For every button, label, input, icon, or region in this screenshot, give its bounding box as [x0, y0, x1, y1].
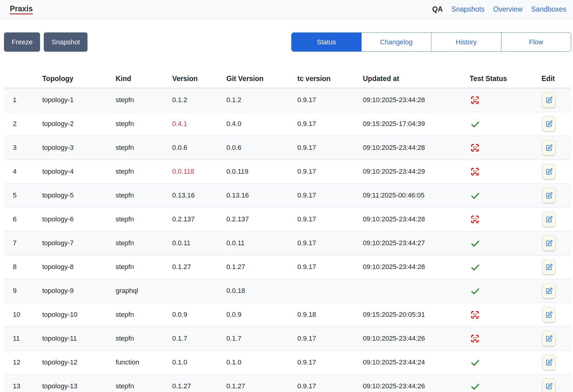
row-number: 6 [4, 207, 42, 231]
edit-cell [541, 374, 571, 392]
pencil-square-icon [545, 168, 553, 176]
tab-history[interactable]: History [431, 33, 501, 51]
updated-at-value: 09:10:2025-23:44:26 [363, 374, 470, 392]
test-passed-check-icon [470, 357, 480, 368]
edit-cell [541, 136, 571, 160]
kind-value: graphql [116, 279, 172, 303]
row-number: 11 [4, 327, 42, 350]
version-value: 0.0.11 [172, 231, 226, 255]
col-header-topology: Topology [42, 75, 116, 88]
test-status-cell [470, 207, 541, 231]
tc-version-value: 0.9.17 [297, 231, 363, 255]
edit-button[interactable] [542, 307, 556, 322]
pencil-square-icon [545, 263, 553, 271]
git-version-value: 0.0.11 [226, 231, 297, 255]
version-value: 0.0.118 [172, 160, 226, 183]
kind-value: stepfn [116, 183, 172, 207]
edit-button[interactable] [542, 164, 556, 179]
row-number: 2 [4, 112, 42, 136]
git-version-value: 0.1.27 [226, 374, 297, 392]
nav-link-sandboxes[interactable]: Sandboxes [531, 5, 566, 13]
topology-name: topology-5 [42, 183, 116, 207]
test-status-cell [470, 231, 541, 255]
version-value: 0.4.1 [172, 112, 226, 136]
version-value: 0.0.6 [172, 136, 226, 160]
tab-flow[interactable]: Flow [501, 33, 571, 51]
edit-button[interactable] [542, 188, 556, 203]
nav-item-qa[interactable]: QA [432, 5, 443, 13]
version-value: 0.1.27 [172, 374, 226, 392]
edit-button[interactable] [542, 235, 556, 251]
brand-link[interactable]: Praxis [10, 4, 33, 15]
git-version-value: 0.1.2 [226, 88, 297, 112]
kind-value: stepfn [116, 136, 172, 160]
kind-value: stepfn [116, 88, 172, 112]
nav-link-snapshots[interactable]: Snapshots [451, 5, 485, 13]
edit-button[interactable] [542, 259, 556, 275]
row-number: 10 [4, 303, 42, 327]
table-row: 8 topology-8 stepfn 0.1.27 0.1.27 0.9.17… [4, 255, 571, 279]
top-navbar: Praxis QA Snapshots Overview Sandboxes [0, 0, 573, 19]
test-status-cell [470, 112, 541, 136]
row-number: 9 [4, 279, 42, 303]
pencil-square-icon [545, 311, 553, 319]
test-passed-check-icon [470, 286, 480, 296]
edit-button[interactable] [542, 355, 556, 370]
test-status-cell [470, 303, 541, 327]
test-status-cell [470, 136, 541, 160]
nav-menu: QA Snapshots Overview Sandboxes [432, 5, 566, 13]
kind-value: stepfn [116, 327, 172, 350]
git-version-value: 0.0.18 [226, 279, 297, 303]
edit-cell [541, 350, 571, 374]
row-number: 13 [4, 374, 42, 392]
edit-button[interactable] [542, 92, 556, 108]
test-status-cell [470, 374, 541, 392]
nav-link-overview[interactable]: Overview [493, 5, 523, 13]
edit-cell [541, 327, 571, 350]
topology-name: topology-1 [42, 88, 116, 112]
git-version-value: 0.1.7 [226, 327, 297, 350]
pencil-square-icon [545, 287, 553, 295]
edit-button[interactable] [542, 212, 556, 227]
topology-table-body: 1 topology-1 stepfn 0.1.2 0.1.2 0.9.17 0… [4, 88, 571, 392]
row-number: 3 [4, 136, 42, 160]
tc-version-value: 0.9.17 [297, 88, 363, 112]
tc-version-value: 0.9.17 [297, 136, 363, 160]
row-number: 8 [4, 255, 42, 279]
table-row: 9 topology-9 graphql 0.0.18 [4, 279, 571, 303]
edit-button[interactable] [542, 140, 556, 155]
topology-name: topology-11 [42, 327, 116, 350]
test-status-cell [470, 350, 541, 374]
edit-button[interactable] [542, 116, 556, 131]
edit-button[interactable] [542, 331, 556, 346]
test-passed-check-icon [470, 190, 480, 201]
tc-version-value: 0.9.17 [297, 374, 363, 392]
kind-value: stepfn [116, 303, 172, 327]
updated-at-value: 09:15:2025-20:05:31 [363, 303, 470, 327]
edit-button[interactable] [542, 379, 556, 392]
pencil-square-icon [545, 120, 553, 128]
kind-value: stepfn [116, 231, 172, 255]
test-failed-face-scan-icon [470, 215, 480, 224]
tab-changelog[interactable]: Changelog [361, 33, 431, 51]
snapshot-button[interactable]: Snapshot [44, 32, 87, 52]
version-value: 0.1.2 [172, 88, 226, 112]
toolbar: Freeze Snapshot Status Changelog History… [4, 32, 571, 52]
updated-at-value: 09:10:2025-23:44:28 [363, 88, 470, 112]
table-row: 4 topology-4 stepfn 0.0.118 0.0.119 0.9.… [4, 160, 571, 183]
kind-value: stepfn [116, 160, 172, 183]
updated-at-value: 09:10:2025-23:44:26 [363, 327, 470, 350]
edit-button[interactable] [542, 283, 556, 298]
row-number: 5 [4, 183, 42, 207]
view-tabs: Status Changelog History Flow [291, 32, 571, 52]
freeze-button[interactable]: Freeze [4, 32, 40, 52]
row-number: 7 [4, 231, 42, 255]
col-header-version: Version [172, 75, 226, 88]
tab-status[interactable]: Status [292, 33, 361, 51]
version-value: 0.0.9 [172, 303, 226, 327]
test-failed-face-scan-icon [470, 167, 480, 176]
version-value: 0.1.0 [172, 350, 226, 374]
col-header-num [4, 75, 42, 88]
edit-cell [541, 207, 571, 231]
col-header-tc-version: tc version [297, 75, 363, 88]
